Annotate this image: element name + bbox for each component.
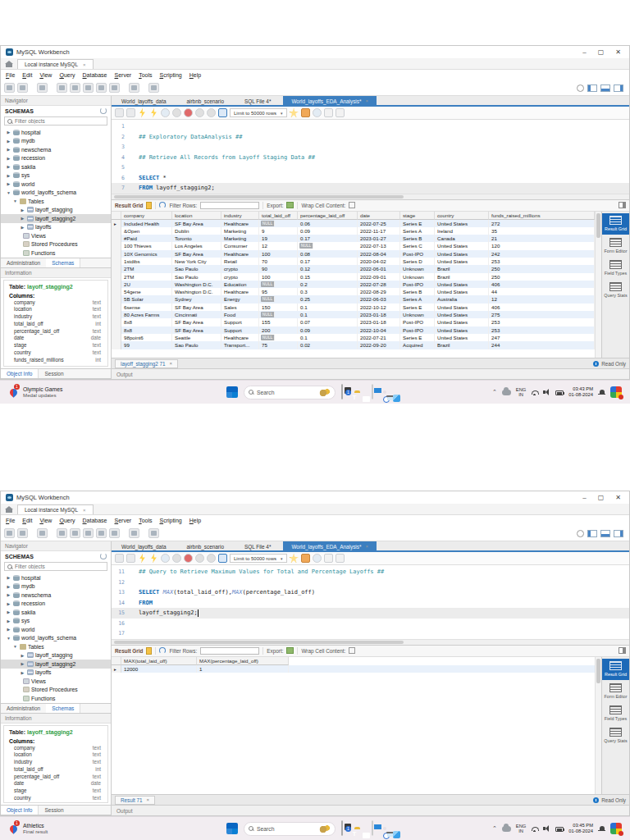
table-row[interactable]: &OpenDublinMarketing90.092022-11-17Serie… [112,227,595,235]
cell[interactable]: 0.1 [298,311,358,318]
maximize-button[interactable]: ▢ [598,494,605,501]
wrap-text-icon[interactable] [336,108,345,117]
create-procedure-icon[interactable] [96,528,107,538]
expand-arrow-icon[interactable]: ▶ [20,661,25,666]
task-view-button[interactable] [341,384,343,399]
cell[interactable]: NULL [299,243,313,249]
tree-node[interactable]: Functions [1,249,111,258]
menu-item[interactable]: Database [83,518,107,523]
menu-item[interactable]: Tools [139,72,152,78]
create-table-icon[interactable] [70,528,80,538]
export-icon[interactable] [286,647,294,654]
info-tab[interactable]: Object Info [1,369,39,378]
scrollbar-thumb[interactable] [114,195,404,199]
column-header[interactable]: country [435,212,489,220]
sidebar-tab[interactable]: Administration [1,258,46,267]
filter-rows-input[interactable] [200,202,259,209]
cell[interactable]: 120 [489,242,595,249]
close-button[interactable]: ✕ [615,494,621,501]
mail-button[interactable] [372,384,373,399]
cell[interactable]: 150 [259,304,298,311]
sql-file-tab[interactable]: SQL File 4* [236,541,283,550]
stop-icon[interactable] [172,108,181,117]
table-row[interactable]: 5B SolarSydneyEnergyNULL0.252022-06-03Se… [112,295,595,303]
expand-arrow-icon[interactable]: ▶ [6,619,11,623]
cell[interactable]: Support [221,326,259,334]
cell[interactable]: Washington D.C. [172,281,221,288]
cell[interactable]: 1stdibs [121,258,172,265]
cell[interactable]: 54gene [121,288,172,295]
cell[interactable]: 2022-07-13 [358,242,400,249]
tree-node[interactable]: ▶ hospital [1,573,111,582]
menu-item[interactable]: Query [59,72,75,78]
side-panel-item[interactable]: Field Types [602,703,629,724]
filter-objects-input[interactable] [15,564,104,569]
cell[interactable]: Toronto [172,235,221,242]
cell[interactable]: 2022-08-04 [358,250,400,258]
cell[interactable]: Acquired [400,341,435,349]
cell[interactable]: 0.02 [298,341,358,349]
grid-columns-icon[interactable] [146,647,152,655]
cell[interactable]: Unknown [400,311,435,318]
expand-arrow-icon[interactable]: ▶ [6,609,11,614]
cell[interactable]: Los Angeles [172,242,221,249]
cell[interactable]: 2022-08-29 [358,288,400,295]
menu-item[interactable]: Scripting [159,72,181,78]
table-row[interactable]: 54geneWashington D.C.Healthcare950.32022… [112,288,595,295]
cell[interactable]: 0.3 [298,288,358,295]
sidebar-tab[interactable]: Administration [1,704,46,713]
widgets-button[interactable]: 1 Olympic Games Medal updates [0,386,131,399]
maximize-button[interactable]: ▢ [598,48,605,56]
row-limit-select[interactable]: Limit to 50000 rows ▾ [230,108,287,117]
execute-script-icon[interactable] [138,554,147,563]
cell[interactable]: 10X Genomics [121,250,172,258]
expand-arrow-icon[interactable]: ▶ [6,130,11,135]
home-icon[interactable] [5,505,13,513]
cell[interactable]: 0.17 [298,235,358,242]
cell[interactable]: United States [435,326,489,334]
cell[interactable]: 12000 [121,665,197,673]
cell[interactable]: Post-IPO [400,250,435,258]
side-panel-item[interactable]: Result Grid [602,213,629,235]
tray-chevron-icon[interactable]: ⌃ [492,389,497,395]
code-line[interactable]: 1 [112,121,629,132]
tree-node[interactable]: Functions [1,694,111,703]
cell[interactable]: 90 [259,265,298,272]
notifications-icon[interactable] [598,825,605,833]
cell[interactable]: Marketing [221,235,259,242]
start-button[interactable] [226,823,238,834]
tree-node[interactable]: ▶ newschema [1,591,111,600]
expand-arrow-icon[interactable]: ▶ [6,181,11,186]
explain-icon[interactable] [161,554,170,563]
side-panel-item[interactable]: Query Stats [602,280,629,301]
start-button[interactable] [226,386,238,398]
invisible-chars-icon[interactable] [324,554,333,563]
cell[interactable]: 75 [259,341,298,349]
tree-node[interactable]: ▶ layoff_stagging2 [1,214,111,223]
tree-node[interactable]: ▼ world_layoffs_schema [1,189,111,198]
refresh-results-icon[interactable] [159,202,166,208]
wifi-icon[interactable] [531,825,538,832]
invisible-chars-icon[interactable] [324,108,333,117]
notifications-icon[interactable] [598,389,605,396]
cell[interactable]: 2022-10-12 [358,304,400,311]
cell[interactable]: NULL [261,281,275,287]
toggle-secondary-sidebar-icon[interactable] [614,530,623,537]
close-result-icon[interactable]: × [147,797,150,802]
cell[interactable]: 0.06 [298,220,358,227]
beautify-icon[interactable] [301,554,310,563]
menu-item[interactable]: Tools [139,518,152,523]
table-row[interactable]: 6senseSF Bay AreaSales1500.12022-10-12Se… [112,304,595,311]
table-row[interactable]: 120001 [112,665,595,673]
cell[interactable]: 95 [259,288,298,295]
cell[interactable]: &Open [121,227,172,235]
panel-toggle-icon[interactable] [619,647,626,654]
sql-code-editor[interactable]: 1 2 ## Exploratory DataAnalysis ## [112,120,629,194]
menu-item[interactable]: View [39,518,52,523]
cell[interactable]: Energy [221,295,259,303]
filter-objects-input[interactable] [15,118,104,124]
cell[interactable]: 44 [489,288,595,295]
cell[interactable]: Canada [435,235,489,242]
sidebar-tab[interactable]: Schemas [46,704,80,713]
expand-arrow-icon[interactable]: ▶ [6,147,11,152]
